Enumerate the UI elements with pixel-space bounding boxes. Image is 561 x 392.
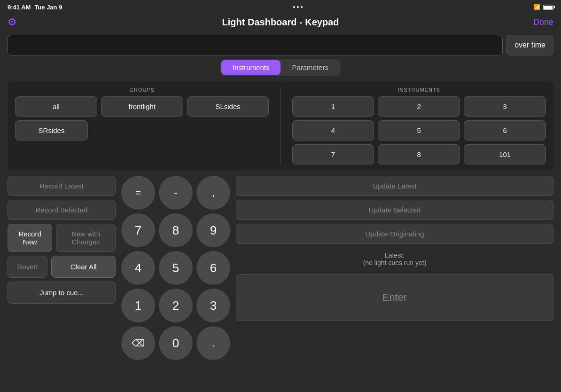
search-container: over time [8,35,553,55]
equals-button[interactable]: = [121,176,155,210]
instrument-101-button[interactable]: 101 [464,144,546,165]
groups-instruments-panel: GROUPS all frontlight SLsides SRsides IN… [8,81,553,170]
wifi-icon: 📶 [533,4,540,10]
left-controls: Record Latest Record Selected Record New… [8,176,116,304]
num-1-button[interactable]: 1 [121,289,155,322]
group-slsides-button[interactable]: SLsides [187,96,269,117]
status-center-dots [293,6,303,8]
record-selected-button[interactable]: Record Selected [8,200,116,220]
instrument-6-button[interactable]: 6 [464,120,546,141]
instrument-5-button[interactable]: 5 [378,120,460,141]
numpad: = - , 7 8 9 4 5 6 1 2 3 ⌫ 0 . [121,176,230,360]
over-time-button[interactable]: over time [506,35,553,55]
num-7-button[interactable]: 7 [121,213,155,247]
revert-clear-row: Revert Clear All [8,256,116,278]
revert-button[interactable]: Revert [8,256,47,278]
instrument-2-button[interactable]: 2 [378,96,460,117]
dot-button[interactable]: . [196,326,230,360]
right-top-buttons: Update Latest Update Selected Update Ori… [236,176,553,244]
group-all-button[interactable]: all [15,96,97,117]
num-6-button[interactable]: 6 [196,251,230,285]
groups-title: GROUPS [15,87,269,93]
record-new-button[interactable]: Record New [8,224,52,252]
instrument-7-button[interactable]: 7 [292,144,374,165]
done-button[interactable]: Done [533,17,553,27]
latest-label: Latest: [240,251,550,259]
right-controls: Update Latest Update Selected Update Ori… [236,176,553,321]
num-3-button[interactable]: 3 [196,289,230,322]
num-5-button[interactable]: 5 [159,251,193,285]
comma-button[interactable]: , [196,176,230,210]
clear-all-button[interactable]: Clear All [51,256,116,278]
enter-button[interactable]: Enter [236,274,553,321]
numpad-row-1-num: 1 2 3 [121,289,230,322]
num-8-button[interactable]: 8 [159,213,193,247]
num-2-button[interactable]: 2 [159,289,193,322]
num-4-button[interactable]: 4 [121,251,155,285]
new-with-changes-button[interactable]: New with Changes [56,224,116,252]
instruments-tab[interactable]: Instruments [221,60,280,75]
group-srsides-button[interactable]: SRsides [15,120,88,141]
date-display: Tue Jan 9 [34,4,62,11]
instrument-3-button[interactable]: 3 [464,96,546,117]
instruments-section: INSTRUMENTS 1 2 3 4 5 6 7 8 101 [292,87,546,165]
jump-to-cue-button[interactable]: Jump to cue... [8,282,116,304]
bottom-area: Record Latest Record Selected Record New… [8,176,553,360]
instrument-8-button[interactable]: 8 [378,144,460,165]
search-input[interactable] [8,35,503,55]
instruments-grid: 1 2 3 4 5 6 7 8 101 [292,96,546,165]
gear-button[interactable]: ⚙ [8,16,17,28]
page-title: Light Dashboard - Keypad [222,17,339,28]
numpad-row-1: = - , [121,176,230,210]
update-selected-button[interactable]: Update Selected [236,200,553,220]
group-frontlight-button[interactable]: frontlight [101,96,183,117]
instruments-title: INSTRUMENTS [292,87,546,93]
numpad-row-7: 7 8 9 [121,213,230,247]
backspace-button[interactable]: ⌫ [121,326,155,360]
numpad-row-0: ⌫ 0 . [121,326,230,360]
battery-icon [543,5,553,10]
groups-section: GROUPS all frontlight SLsides SRsides [15,87,269,165]
minus-button[interactable]: - [159,176,193,210]
update-latest-button[interactable]: Update Latest [236,176,553,196]
status-right-icons: 📶 [533,4,553,10]
title-bar: ⚙ Light Dashboard - Keypad Done [0,14,561,33]
num-0-button[interactable]: 0 [159,326,193,360]
instrument-4-button[interactable]: 4 [292,120,374,141]
latest-info: Latest: (no light cues run yet) [236,248,553,270]
instrument-1-button[interactable]: 1 [292,96,374,117]
update-originating-button[interactable]: Update Originating [236,224,553,244]
record-row: Record New New with Changes [8,224,116,252]
num-9-button[interactable]: 9 [196,213,230,247]
segmented-control: Instruments Parameters [0,59,561,76]
numpad-row-4: 4 5 6 [121,251,230,285]
panel-divider [280,87,281,165]
parameters-tab[interactable]: Parameters [280,60,340,75]
groups-grid: all frontlight SLsides SRsides [15,96,269,141]
record-latest-button[interactable]: Record Latest [8,176,116,196]
latest-value: (no light cues run yet) [240,259,550,267]
status-bar: 9:41 AM Tue Jan 9 📶 [0,0,561,14]
enter-label: Enter [382,291,407,304]
time-display: 9:41 AM [8,4,31,11]
